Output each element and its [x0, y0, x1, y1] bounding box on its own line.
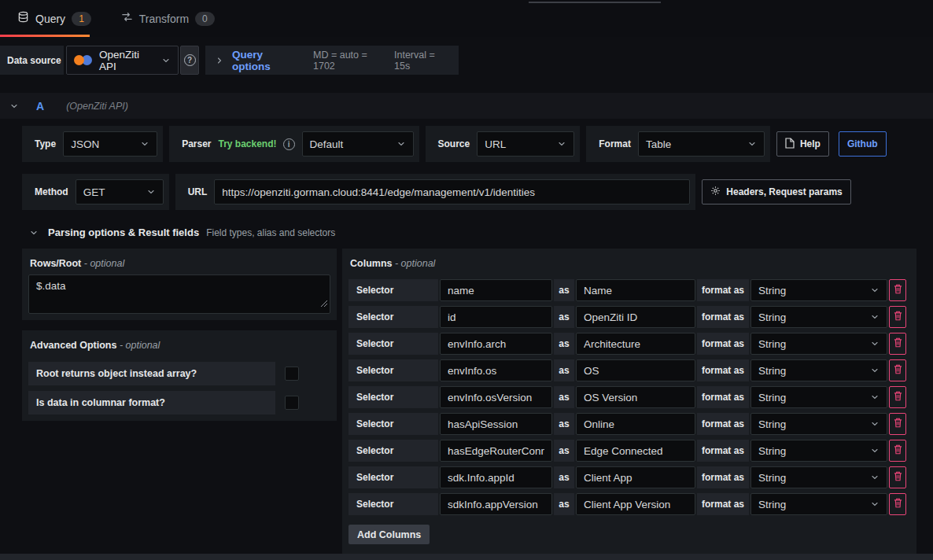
columns-rows: Selector as format as String Selector as… [348, 279, 910, 515]
document-icon [785, 138, 795, 151]
column-format-value: String [758, 392, 865, 403]
active-tab-underline [0, 35, 90, 37]
advanced-options-panel: Advanced Options - optional Root returns… [22, 330, 337, 421]
column-alias-input[interactable] [576, 440, 695, 462]
column-format-select[interactable]: String [750, 440, 887, 462]
column-selector-input[interactable] [440, 359, 552, 381]
root-returns-object-checkbox[interactable] [285, 367, 299, 381]
column-selector-input[interactable] [440, 413, 552, 435]
column-format-select[interactable]: String [750, 359, 887, 381]
column-alias-input[interactable] [576, 493, 695, 515]
column-as-label: as [554, 386, 574, 408]
tab-transform[interactable]: Transform 0 [113, 0, 223, 37]
column-selector-input[interactable] [440, 306, 552, 328]
column-selector-input[interactable] [440, 333, 552, 355]
url-input[interactable] [214, 179, 690, 204]
delete-column-button[interactable] [889, 306, 906, 328]
trash-icon [894, 418, 902, 430]
column-format-value: String [758, 445, 865, 457]
rows-root-label-text: Rows/Root [30, 258, 81, 269]
column-format-select[interactable]: String [750, 386, 887, 408]
query-options-link[interactable]: Query options [232, 49, 299, 72]
column-format-value: String [758, 311, 865, 323]
query-datasource-hint: (OpenZiti API) [66, 101, 128, 112]
collapse-chevron-icon[interactable] [9, 101, 19, 111]
column-selector-input[interactable] [440, 466, 552, 488]
chevron-down-icon [870, 286, 880, 295]
column-as-label: as [554, 359, 574, 381]
type-select[interactable]: JSON [63, 131, 157, 157]
editor-url-row: Method GET URL Headers, Request params [22, 174, 911, 210]
delete-column-button[interactable] [889, 333, 906, 355]
parsing-section-header[interactable]: Parsing options & Result fields Field ty… [29, 227, 933, 238]
headers-request-params-button[interactable]: Headers, Request params [702, 179, 850, 204]
column-format-select[interactable]: String [750, 466, 887, 488]
column-format-select[interactable]: String [750, 493, 887, 515]
trash-icon [894, 471, 902, 484]
columnar-format-checkbox[interactable] [285, 396, 299, 410]
column-alias-input[interactable] [576, 279, 695, 301]
column-selector-input[interactable] [440, 493, 552, 515]
column-format-select[interactable]: String [750, 413, 887, 435]
delete-column-button[interactable] [889, 493, 906, 515]
parser-select[interactable]: Default [302, 131, 414, 157]
column-format-select[interactable]: String [750, 279, 887, 301]
trash-icon [894, 444, 902, 457]
column-format-select[interactable]: String [750, 306, 887, 328]
rows-root-input[interactable]: $.data [28, 274, 330, 314]
column-alias-input[interactable] [576, 413, 695, 435]
delete-column-button[interactable] [889, 413, 906, 435]
panel-resize-handle[interactable] [529, 2, 661, 3]
delete-column-button[interactable] [889, 466, 906, 488]
column-alias-input[interactable] [576, 386, 695, 408]
tab-query[interactable]: Query 1 [9, 0, 99, 37]
column-selector-input[interactable] [440, 440, 552, 462]
advanced-option-row: Is data in columnar format? [28, 391, 330, 414]
delete-column-button[interactable] [889, 359, 906, 381]
trash-icon [894, 311, 902, 323]
column-row: Selector as format as String [348, 413, 910, 435]
column-alias-input[interactable] [576, 333, 695, 355]
source-select[interactable]: URL [477, 131, 574, 157]
columnar-format-label: Is data in columnar format? [28, 391, 275, 414]
query-row-header[interactable]: A (OpenZiti API) [0, 93, 933, 119]
source-label: Source [438, 138, 470, 149]
bottom-divider [0, 554, 933, 560]
chevron-down-icon [161, 56, 171, 65]
delete-column-button[interactable] [889, 386, 906, 408]
method-select[interactable]: GET [76, 179, 164, 204]
column-selector-input[interactable] [440, 279, 552, 301]
transform-count-badge: 0 [195, 12, 215, 26]
column-as-label: as [554, 466, 574, 488]
column-format-label: format as [697, 306, 749, 328]
chevron-down-icon [747, 139, 757, 149]
delete-column-button[interactable] [889, 440, 906, 462]
format-select[interactable]: Table [638, 131, 765, 157]
chevron-down-icon [870, 392, 880, 402]
interval-text: Interval = 15s [394, 50, 449, 72]
column-as-label: as [554, 306, 574, 328]
datasource-picker[interactable]: OpenZiti API [66, 46, 179, 75]
column-selector-input[interactable] [440, 386, 552, 408]
delete-column-button[interactable] [889, 279, 906, 301]
column-selector-label: Selector [348, 413, 438, 435]
column-alias-input[interactable] [576, 359, 695, 381]
column-format-value: String [758, 338, 865, 350]
github-button[interactable]: Github [839, 131, 887, 157]
query-ref-id[interactable]: A [36, 100, 44, 112]
column-alias-input[interactable] [576, 306, 695, 328]
add-columns-button[interactable]: Add Columns [348, 525, 430, 544]
collapse-chevron-icon[interactable] [29, 228, 39, 238]
datasource-help-button[interactable]: ? [180, 46, 199, 75]
column-selector-label: Selector [348, 440, 438, 462]
datasource-row: Data source OpenZiti API ? Query options… [0, 46, 933, 75]
chevron-down-icon [870, 419, 880, 429]
column-format-label: format as [697, 493, 749, 515]
column-format-select[interactable]: String [750, 333, 887, 355]
help-button[interactable]: Help [776, 131, 829, 157]
chevron-down-icon [870, 446, 880, 455]
type-field-group: Type JSON [22, 126, 163, 162]
parser-field-group: Parser Try backend! i Default [169, 126, 419, 162]
source-field-group: Source URL [426, 126, 581, 162]
column-alias-input[interactable] [576, 466, 695, 488]
